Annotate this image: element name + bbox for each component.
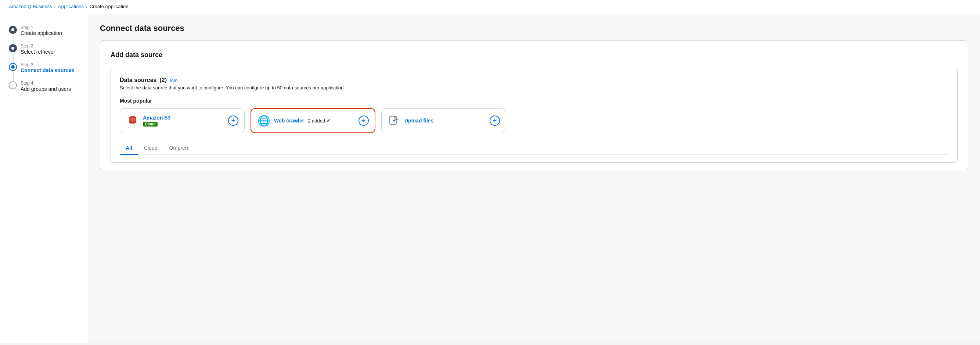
step-3-label: Connect data sources bbox=[21, 67, 74, 73]
step-3-content: Step 3 Connect data sources bbox=[21, 62, 74, 73]
step-2-indicator bbox=[9, 44, 17, 52]
most-popular-label: Most popular bbox=[120, 98, 948, 104]
added-check-icon: ✓ bbox=[326, 117, 331, 124]
step-4-content: Step 4 Add groups and users bbox=[21, 81, 71, 92]
breadcrumb-current: Create Application bbox=[90, 4, 129, 9]
step-3-number: Step 3 bbox=[21, 62, 74, 67]
amazon-s3-icon bbox=[126, 114, 139, 127]
tab-on-prem[interactable]: On-prem bbox=[163, 142, 195, 155]
add-data-source-panel: Add data source Data sources (2) Info Se… bbox=[100, 40, 968, 170]
datasource-card-amazon-s3[interactable]: Amazon S3 Cloud + bbox=[120, 108, 245, 133]
card-left-webcrawler: 🌐 Web crawler 2 added ✓ bbox=[257, 114, 331, 127]
breadcrumb-amazon-q-business[interactable]: Amazon Q Business bbox=[9, 4, 52, 9]
info-link[interactable]: Info bbox=[170, 78, 178, 83]
add-webcrawler-button[interactable]: + bbox=[358, 115, 369, 126]
data-sources-count: (2) bbox=[160, 77, 167, 83]
step-2-number: Step 2 bbox=[21, 43, 55, 48]
breadcrumb-applications[interactable]: Applications bbox=[58, 4, 84, 9]
add-upload-button[interactable]: + bbox=[490, 115, 500, 126]
tab-all[interactable]: All bbox=[120, 142, 138, 155]
breadcrumb: Amazon Q Business › Applications › Creat… bbox=[0, 0, 980, 13]
breadcrumb-separator-1: › bbox=[54, 4, 56, 9]
step-3-indicator bbox=[9, 63, 17, 71]
data-sources-title: Data sources bbox=[120, 77, 157, 83]
add-s3-button[interactable]: + bbox=[228, 115, 239, 126]
step-4: Step 4 Add groups and users bbox=[9, 81, 79, 92]
datasource-tabs: All Cloud On-prem bbox=[120, 142, 948, 155]
step-4-label: Add groups and users bbox=[21, 86, 71, 92]
card-name-upload: Upload files bbox=[404, 118, 433, 124]
data-sources-header: Data sources (2) Info bbox=[120, 77, 948, 83]
breadcrumb-separator-2: › bbox=[86, 4, 88, 9]
sidebar: Step 1 Create application Step 2 Select … bbox=[0, 13, 88, 343]
datasource-card-web-crawler[interactable]: 🌐 Web crawler 2 added ✓ bbox=[250, 108, 375, 133]
step-4-number: Step 4 bbox=[21, 81, 71, 86]
datasource-cards: Amazon S3 Cloud + 🌐 bbox=[120, 108, 948, 133]
card-info-webcrawler: Web crawler 2 added ✓ bbox=[274, 117, 331, 124]
tab-cloud[interactable]: Cloud bbox=[138, 142, 164, 155]
card-info-upload: Upload files bbox=[404, 118, 433, 124]
step-2: Step 2 Select retriever bbox=[9, 43, 79, 54]
step-3: Step 3 Connect data sources bbox=[9, 62, 79, 73]
data-sources-description: Select the data source that you want to … bbox=[120, 85, 948, 91]
upload-files-icon bbox=[388, 114, 401, 127]
card-badge-s3: Cloud bbox=[143, 122, 158, 126]
step-1-label: Create application bbox=[21, 30, 62, 36]
panel-title: Add data source bbox=[111, 51, 958, 59]
step-4-indicator bbox=[9, 81, 17, 89]
inner-panel: Data sources (2) Info Select the data so… bbox=[111, 68, 958, 163]
card-left-upload: Upload files bbox=[388, 114, 433, 127]
card-left-s3: Amazon S3 Cloud bbox=[126, 114, 170, 127]
page-title: Connect data sources bbox=[100, 24, 968, 33]
main-content: Connect data sources Add data source Dat… bbox=[88, 13, 980, 343]
card-name-s3: Amazon S3 bbox=[143, 115, 170, 121]
card-info-s3: Amazon S3 Cloud bbox=[143, 115, 170, 126]
card-name-webcrawler: Web crawler 2 added ✓ bbox=[274, 117, 331, 124]
added-count: 2 added ✓ bbox=[308, 117, 331, 124]
step-1-indicator bbox=[9, 26, 17, 34]
step-1: Step 1 Create application bbox=[9, 25, 79, 36]
step-1-number: Step 1 bbox=[21, 25, 62, 30]
datasource-card-upload-files[interactable]: Upload files + bbox=[381, 108, 506, 133]
step-2-content: Step 2 Select retriever bbox=[21, 43, 55, 54]
web-crawler-icon: 🌐 bbox=[257, 114, 270, 127]
step-2-label: Select retriever bbox=[21, 49, 55, 55]
step-1-content: Step 1 Create application bbox=[21, 25, 62, 36]
